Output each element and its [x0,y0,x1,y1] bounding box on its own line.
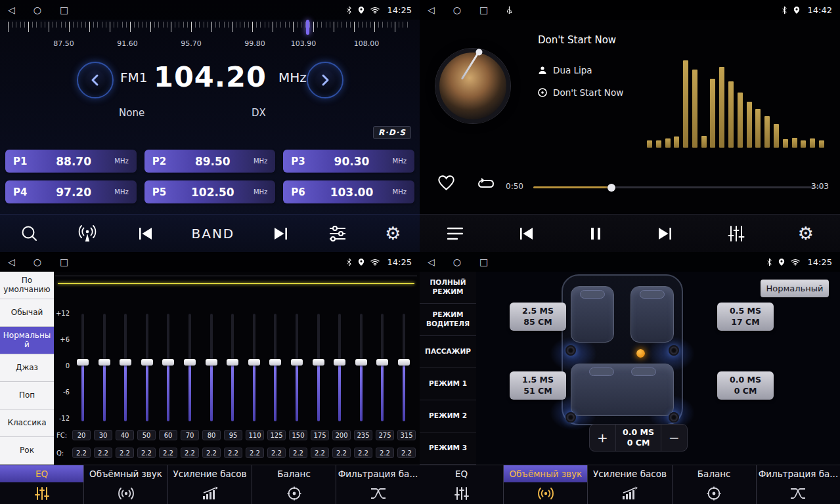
eq-band-slider[interactable] [202,314,221,421]
eq-slider-handle[interactable] [269,359,281,366]
profile-button[interactable]: Нормальный [761,280,829,297]
eq-band-slider[interactable] [116,314,135,421]
tab-balance[interactable]: Баланс [672,465,756,504]
preset-item-custom[interactable]: Обычай [0,299,54,327]
progress-bar[interactable] [533,186,822,188]
eq-band-slider[interactable] [288,314,306,421]
next-icon[interactable] [272,226,290,242]
eq-slider-handle[interactable] [291,359,303,366]
eq-slider-handle[interactable] [248,359,260,366]
playlist-icon[interactable] [446,226,464,242]
preset-item-classic[interactable]: Классика [0,410,54,437]
next-icon[interactable] [656,226,674,242]
preset-button-p5[interactable]: P5 102.50 MHz [144,180,276,203]
mode-item-1[interactable]: РЕЖИМ 1 [420,368,476,400]
preset-item-rock[interactable]: Рок [0,437,54,465]
preset-button-p6[interactable]: P6 103.00 MHz [283,180,414,203]
settings-gear-icon[interactable]: ⚙ [385,224,401,242]
progress-knob[interactable] [608,184,615,192]
delay-rear-left[interactable]: 1.5 MS 51 CM [510,371,566,400]
eq-band-slider[interactable] [138,314,156,421]
mode-item-2[interactable]: РЕЖИМ 2 [420,400,476,432]
mode-item-driver[interactable]: РЕЖИМ ВОДИТЕЛЯ [420,304,476,336]
tab-bass-boost[interactable]: Усиление басов [587,465,671,504]
recents-icon[interactable]: □ [60,257,68,266]
eq-slider-handle[interactable] [99,359,110,366]
eq-slider-handle[interactable] [120,359,131,366]
tab-eq[interactable]: EQ [420,465,503,504]
tab-filter[interactable]: Фильтрация ба... [336,465,420,504]
eq-slider-handle[interactable] [162,359,174,366]
eq-slider-handle[interactable] [77,359,89,366]
tune-up-button[interactable] [307,62,343,98]
home-icon[interactable]: ○ [33,5,41,14]
back-icon[interactable]: ◁ [8,257,15,266]
eq-band-slider[interactable] [159,314,177,421]
tab-surround[interactable]: Объёмный звук [503,465,587,504]
eq-band-slider[interactable] [266,314,284,421]
repeat-icon[interactable] [476,177,496,193]
eq-slider-handle[interactable] [227,359,238,366]
tab-filter[interactable]: Фильтрация ба... [756,465,840,504]
tune-down-button[interactable] [77,62,114,98]
mixer-icon[interactable] [727,225,745,242]
preset-item-jazz[interactable]: Джаз [0,354,54,382]
previous-icon[interactable] [136,226,154,242]
eq-slider-handle[interactable] [376,359,388,366]
settings-gear-icon[interactable]: ⚙ [798,224,814,242]
favorite-heart-icon[interactable] [437,175,455,194]
eq-band-slider[interactable] [181,314,199,421]
home-icon[interactable]: ○ [453,5,461,14]
band-button[interactable]: BAND [192,226,235,242]
mode-item-passenger[interactable]: ПАССАЖИР [420,336,476,368]
eq-band-slider[interactable] [309,314,328,421]
eq-slider-handle[interactable] [355,359,367,366]
preset-item-pop[interactable]: Поп [0,382,54,410]
tab-balance[interactable]: Баланс [252,465,336,504]
tuning-cursor[interactable] [306,20,309,35]
back-icon[interactable]: ◁ [428,5,435,14]
eq-band-slider[interactable] [95,314,114,421]
preset-item-default[interactable]: По умолчанию [0,272,54,299]
pause-icon[interactable] [588,226,604,242]
tab-eq[interactable]: EQ [0,465,83,504]
eq-band-slider[interactable] [373,314,391,421]
back-icon[interactable]: ◁ [428,257,435,266]
back-icon[interactable]: ◁ [8,5,15,14]
eq-slider-handle[interactable] [398,359,410,366]
scan-icon[interactable] [19,224,39,243]
recents-icon[interactable]: □ [60,5,68,14]
broadcast-icon[interactable] [76,224,99,243]
home-icon[interactable]: ○ [33,257,41,266]
eq-slider-handle[interactable] [141,359,153,366]
eq-band-slider[interactable] [74,314,92,421]
recents-icon[interactable]: □ [479,5,488,14]
frequency-ruler[interactable] [8,22,410,33]
recents-icon[interactable]: □ [479,257,488,266]
increase-button[interactable]: + [590,425,616,451]
preset-item-normal[interactable]: Нормальный [0,327,54,354]
eq-band-slider[interactable] [223,314,242,421]
mode-item-full[interactable]: ПОЛНЫЙ РЕЖИМ [420,272,476,304]
eq-band-slider[interactable] [330,314,349,421]
delay-rear-right[interactable]: 0.0 MS 0 CM [717,371,774,400]
eq-slider-handle[interactable] [334,359,345,366]
eq-band-slider[interactable] [245,314,263,421]
preset-button-p3[interactable]: P3 90.30 MHz [283,150,414,173]
delay-front-left[interactable]: 2.5 MS 85 CM [510,303,566,331]
preset-button-p2[interactable]: P2 89.50 MHz [144,150,276,173]
eq-band-slider[interactable] [352,314,370,421]
preset-button-p4[interactable]: P4 97.20 MHz [5,180,137,203]
delay-front-right[interactable]: 0.5 MS 17 CM [717,303,774,331]
tab-bass-boost[interactable]: Усиление басов [167,465,252,504]
equalizer-icon[interactable] [328,225,347,242]
preset-button-p1[interactable]: P1 88.70 MHz [5,150,137,173]
decrease-button[interactable]: − [661,425,687,451]
eq-slider-handle[interactable] [184,359,196,366]
eq-slider-handle[interactable] [206,359,217,366]
eq-band-slider[interactable] [395,314,413,421]
previous-icon[interactable] [517,226,535,242]
home-icon[interactable]: ○ [453,257,461,266]
tab-surround[interactable]: Объёмный звук [83,465,167,504]
mode-item-3[interactable]: РЕЖИМ 3 [420,432,476,465]
